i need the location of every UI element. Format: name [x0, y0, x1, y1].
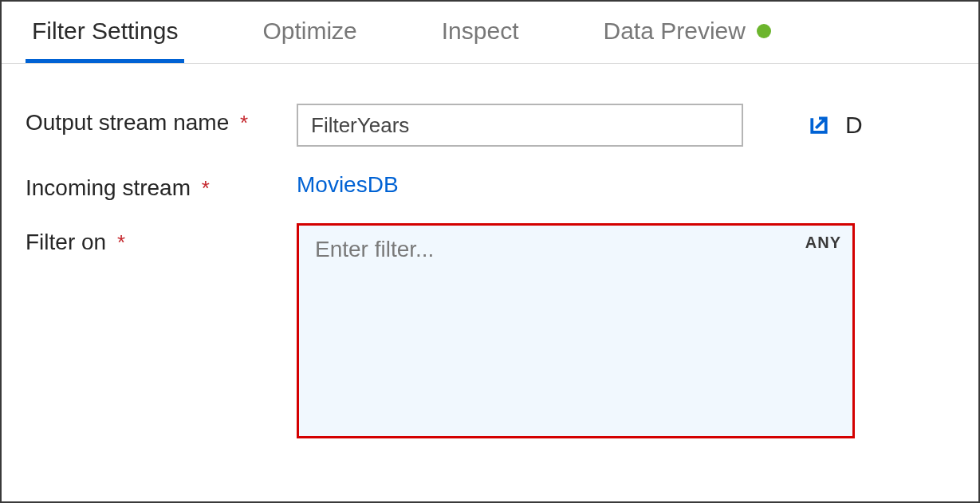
tab-inspect[interactable]: Inspect — [435, 2, 525, 63]
status-indicator-icon — [757, 24, 771, 38]
label-filter-on: Filter on * — [26, 223, 297, 255]
tab-data-preview[interactable]: Data Preview — [597, 2, 777, 63]
tab-inspect-label: Inspect — [442, 18, 519, 45]
open-external-icon[interactable] — [807, 113, 831, 137]
side-actions: D — [807, 104, 863, 139]
required-marker: * — [240, 111, 248, 135]
truncated-text: D — [845, 112, 863, 139]
tab-bar: Filter Settings Optimize Inspect Data Pr… — [2, 2, 978, 64]
required-marker: * — [117, 230, 125, 254]
tab-optimize-label: Optimize — [262, 18, 356, 45]
tab-data-preview-label: Data Preview — [604, 18, 746, 45]
row-incoming-stream: Incoming stream * MoviesDB — [26, 169, 954, 201]
label-filter-on-text: Filter on — [26, 230, 106, 254]
tab-optimize[interactable]: Optimize — [256, 2, 363, 63]
incoming-stream-link-text: MoviesDB — [297, 172, 399, 197]
label-output-stream-name-text: Output stream name — [26, 110, 229, 135]
label-incoming-stream-text: Incoming stream — [26, 175, 191, 200]
filter-type-badge: ANY — [805, 234, 841, 252]
row-output-stream-name: Output stream name * D — [26, 104, 954, 147]
output-stream-name-input[interactable] — [297, 104, 743, 147]
form-area: Output stream name * D Incoming stream *… — [2, 64, 978, 469]
tab-filter-settings-label: Filter Settings — [32, 18, 178, 45]
tab-filter-settings[interactable]: Filter Settings — [26, 2, 184, 63]
filter-placeholder: Enter filter... — [315, 237, 434, 262]
row-filter-on: Filter on * Enter filter... ANY — [26, 223, 954, 438]
incoming-stream-link[interactable]: MoviesDB — [297, 169, 399, 198]
label-output-stream-name: Output stream name * — [26, 104, 297, 136]
label-incoming-stream: Incoming stream * — [26, 169, 297, 201]
required-marker: * — [202, 176, 210, 200]
filter-expression-input[interactable]: Enter filter... ANY — [297, 223, 855, 438]
